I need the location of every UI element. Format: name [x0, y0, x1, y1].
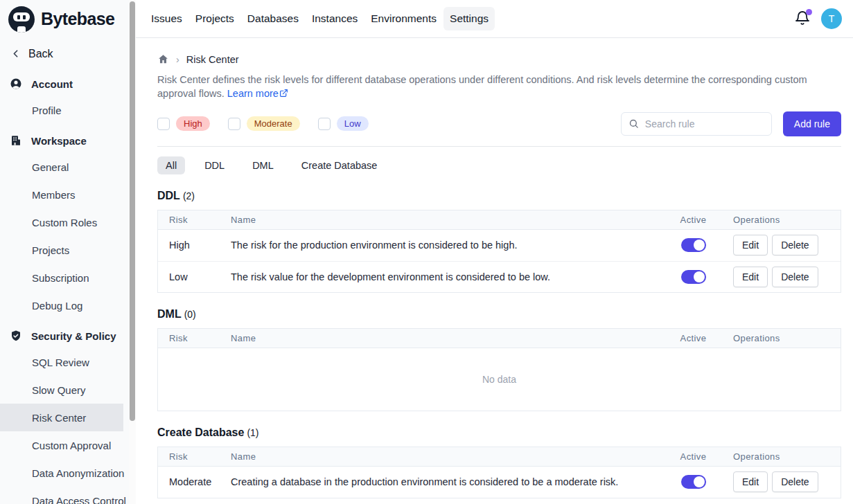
bytebase-logo[interactable]: Bytebase	[0, 0, 129, 38]
breadcrumb-current: Risk Center	[186, 54, 239, 65]
sidebar-item-risk-center[interactable]: Risk Center	[0, 404, 123, 431]
column-header-name: Name	[231, 333, 653, 343]
tab-dml[interactable]: DML	[244, 156, 282, 174]
shield-check-icon	[10, 330, 22, 342]
tab-ddl[interactable]: DDL	[196, 156, 233, 174]
nav-right: T	[794, 8, 842, 29]
sidebar-item-label: Members	[32, 189, 76, 201]
edit-button[interactable]: Edit	[733, 471, 768, 492]
sidebar-item-debug-log[interactable]: Debug Log	[0, 291, 129, 319]
home-icon[interactable]	[157, 53, 169, 65]
brand-name: Bytebase	[41, 9, 114, 29]
filter-low: Low	[318, 116, 369, 131]
nav-item-projects[interactable]: Projects	[189, 7, 240, 30]
sidebar-section-workspace: Workspace General Members Custom Roles P…	[0, 128, 129, 319]
breadcrumb: › Risk Center	[157, 53, 841, 65]
back-label: Back	[28, 48, 53, 60]
notification-dot	[806, 9, 812, 15]
column-header-operations: Operations	[733, 451, 841, 462]
column-header-operations: Operations	[733, 333, 841, 343]
sidebar-item-projects[interactable]: Projects	[0, 236, 129, 264]
search-icon	[628, 118, 639, 129]
main-area: Issues Projects Databases Instances Envi…	[136, 0, 853, 504]
active-toggle[interactable]	[681, 238, 706, 252]
search-input[interactable]	[644, 118, 764, 130]
active-toggle[interactable]	[681, 270, 706, 284]
sidebar-header-security-policy: Security & Policy	[0, 323, 129, 348]
column-header-active: Active	[653, 451, 733, 462]
sidebar-item-label: Custom Approval	[32, 440, 111, 451]
edit-button[interactable]: Edit	[733, 267, 768, 287]
section-ddl: DDL(2) Risk Name Active Operations High …	[157, 190, 841, 293]
column-header-risk: Risk	[158, 451, 231, 462]
category-tabs: All DDL DML Create Database	[157, 156, 841, 174]
filter-toolbar: High Moderate Low	[157, 111, 841, 147]
top-navigation: Issues Projects Databases Instances Envi…	[136, 0, 853, 38]
column-header-risk: Risk	[158, 333, 231, 343]
sidebar-item-sql-review[interactable]: SQL Review	[0, 348, 129, 376]
sidebar-item-custom-roles[interactable]: Custom Roles	[0, 208, 129, 236]
sidebar-item-data-anonymization[interactable]: Data Anonymization	[0, 459, 129, 487]
table-row: High The risk for the production environ…	[158, 230, 841, 261]
moderate-checkbox[interactable]	[228, 118, 240, 130]
delete-button[interactable]: Delete	[772, 471, 818, 492]
back-button[interactable]: Back	[0, 38, 129, 67]
table-row: Low The risk value for the development e…	[158, 261, 841, 292]
section-create-database-title: Create Database(1)	[157, 426, 841, 439]
active-toggle[interactable]	[681, 475, 706, 489]
search-box	[621, 112, 772, 136]
sidebar-item-slow-query[interactable]: Slow Query	[0, 376, 129, 404]
column-header-risk: Risk	[158, 215, 231, 225]
delete-button[interactable]: Delete	[772, 235, 818, 255]
sidebar-item-data-access-control[interactable]: Data Access Control	[0, 487, 129, 504]
section-create-database: Create Database(1) Risk Name Active Oper…	[157, 426, 841, 498]
section-dml: DML(0) Risk Name Active Operations No da…	[157, 308, 841, 411]
sidebar-scrollbar[interactable]	[129, 0, 136, 504]
high-checkbox[interactable]	[157, 118, 170, 130]
sidebar-header-workspace: Workspace	[0, 128, 129, 153]
nav-item-databases[interactable]: Databases	[241, 7, 305, 30]
nav-item-settings[interactable]: Settings	[443, 7, 495, 30]
sidebar-item-profile[interactable]: Profile	[0, 96, 129, 124]
sidebar-item-label: Custom Roles	[32, 217, 97, 228]
risk-center-page: › Risk Center Risk Center defines the ri…	[136, 38, 853, 504]
nav-item-issues[interactable]: Issues	[145, 7, 188, 30]
sidebar-item-general[interactable]: General	[0, 153, 129, 181]
filter-high: High	[157, 116, 210, 131]
learn-more-label: Learn more	[227, 88, 279, 99]
sidebar-item-custom-approval[interactable]: Custom Approval	[0, 431, 129, 459]
column-header-name: Name	[231, 215, 653, 225]
sidebar-item-subscription[interactable]: Subscription	[0, 264, 129, 291]
user-icon	[10, 78, 22, 90]
tab-create-database[interactable]: Create Database	[293, 156, 386, 174]
add-rule-button[interactable]: Add rule	[783, 111, 841, 136]
edit-button[interactable]: Edit	[733, 235, 768, 255]
nav-item-environments[interactable]: Environments	[364, 7, 443, 30]
sidebar-section-account: Account Profile	[0, 71, 129, 124]
chevron-left-icon	[10, 48, 22, 60]
low-checkbox[interactable]	[318, 118, 331, 130]
section-title-text: DDL	[157, 190, 180, 201]
section-dml-title: DML(0)	[157, 308, 841, 321]
sidebar-scrollbar-thumb[interactable]	[130, 1, 135, 421]
column-header-name: Name	[231, 451, 653, 462]
nav-links: Issues Projects Databases Instances Envi…	[145, 7, 495, 30]
learn-more-link[interactable]: Learn more	[227, 88, 288, 99]
sidebar-item-label: Subscription	[32, 272, 89, 284]
low-badge: Low	[337, 116, 369, 131]
nav-item-instances[interactable]: Instances	[306, 7, 364, 30]
avatar[interactable]: T	[821, 8, 842, 29]
section-count: (1)	[247, 427, 258, 438]
tab-all[interactable]: All	[157, 156, 185, 174]
sidebar-item-label: Slow Query	[32, 384, 86, 396]
bytebase-logo-icon	[8, 6, 35, 33]
moderate-badge: Moderate	[247, 116, 300, 131]
sidebar-section-label: Account	[31, 78, 73, 90]
rule-name-cell: The risk for the production environment …	[231, 240, 653, 251]
column-header-active: Active	[653, 215, 733, 225]
ddl-rules-table: Risk Name Active Operations High The ris…	[157, 210, 841, 293]
notification-bell-icon[interactable]	[794, 10, 811, 27]
settings-sidebar: Bytebase Back Account Profile	[0, 0, 136, 504]
sidebar-item-members[interactable]: Members	[0, 181, 129, 208]
delete-button[interactable]: Delete	[772, 267, 818, 287]
